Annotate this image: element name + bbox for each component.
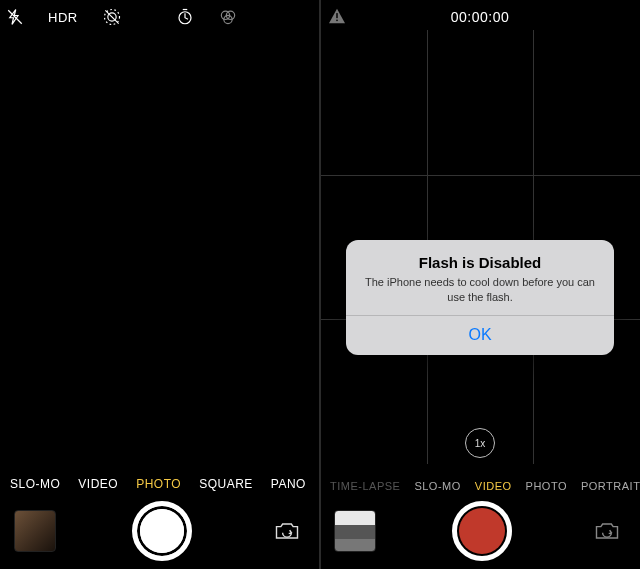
bottom-controls xyxy=(320,499,640,563)
alert-message: The iPhone needs to cool down before you… xyxy=(362,275,598,305)
mode-pano[interactable]: PANO xyxy=(271,477,306,491)
switch-camera-button[interactable] xyxy=(268,516,306,546)
recording-timer: 00:00:00 xyxy=(451,9,510,25)
bottom-controls xyxy=(0,499,320,563)
mode-selector[interactable]: TIME-LAPSE SLO-MO VIDEO PHOTO PORTRAIT xyxy=(320,471,640,501)
hdr-toggle[interactable]: HDR xyxy=(48,10,78,25)
last-photo-thumbnail[interactable] xyxy=(334,510,376,552)
camera-screen-video: 00:00:00 1x Flash is Disabled The iPhone… xyxy=(320,0,640,569)
mode-timelapse[interactable]: TIME-LAPSE xyxy=(330,480,400,492)
last-photo-thumbnail[interactable] xyxy=(14,510,56,552)
mode-portrait[interactable]: PORTRAIT xyxy=(581,480,640,492)
viewfinder[interactable]: 1x Flash is Disabled The iPhone needs to… xyxy=(320,30,640,464)
top-bar: HDR xyxy=(0,0,320,34)
zoom-button[interactable]: 1x xyxy=(465,428,495,458)
mode-slomo[interactable]: SLO-MO xyxy=(414,480,460,492)
top-bar: 00:00:00 xyxy=(320,0,640,34)
viewfinder[interactable] xyxy=(0,34,320,459)
mode-video[interactable]: VIDEO xyxy=(78,477,118,491)
filters-icon[interactable] xyxy=(218,7,238,27)
alert-title: Flash is Disabled xyxy=(362,254,598,271)
svg-rect-8 xyxy=(336,13,337,18)
switch-camera-button[interactable] xyxy=(588,516,626,546)
record-button[interactable] xyxy=(452,501,512,561)
mode-selector[interactable]: SLO-MO VIDEO PHOTO SQUARE PANO xyxy=(0,469,320,499)
live-photo-off-icon[interactable] xyxy=(102,7,122,27)
pane-divider xyxy=(319,0,321,569)
warning-icon xyxy=(328,8,346,24)
grid-line xyxy=(320,175,640,176)
shutter-button[interactable] xyxy=(132,501,192,561)
alert-dialog: Flash is Disabled The iPhone needs to co… xyxy=(346,240,614,355)
camera-screen-photo: HDR SLO-MO VIDEO PH xyxy=(0,0,320,569)
mode-slomo[interactable]: SLO-MO xyxy=(10,477,60,491)
flash-off-icon[interactable] xyxy=(6,8,24,26)
alert-ok-button[interactable]: OK xyxy=(346,316,614,355)
mode-square[interactable]: SQUARE xyxy=(199,477,253,491)
svg-rect-9 xyxy=(336,20,337,21)
mode-photo[interactable]: PHOTO xyxy=(526,480,567,492)
timer-icon[interactable] xyxy=(176,8,194,26)
mode-photo[interactable]: PHOTO xyxy=(136,477,181,491)
mode-video[interactable]: VIDEO xyxy=(475,480,512,492)
